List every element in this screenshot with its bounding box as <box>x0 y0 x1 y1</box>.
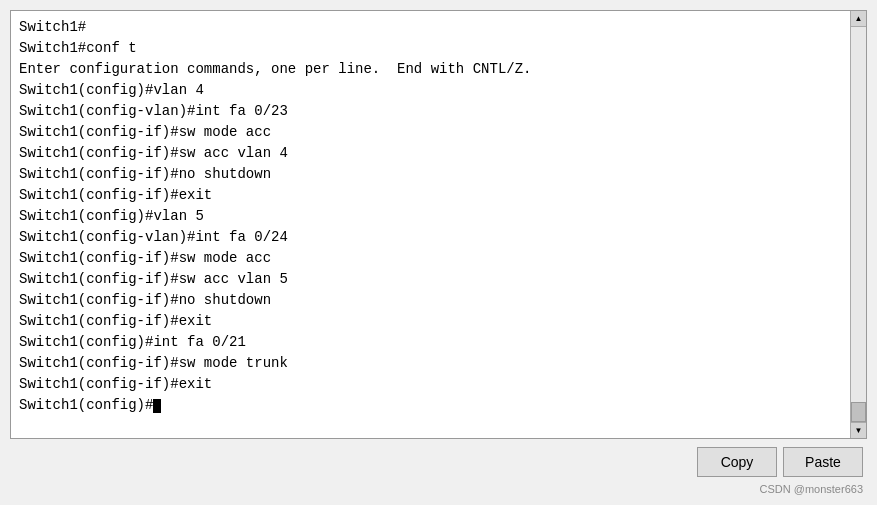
copy-button[interactable]: Copy <box>697 447 777 477</box>
scrollbar-down-button[interactable]: ▼ <box>851 422 866 438</box>
terminal-content[interactable]: Switch1# Switch1#conf t Enter configurat… <box>11 11 850 438</box>
terminal-scroll-area: Switch1# Switch1#conf t Enter configurat… <box>11 11 866 438</box>
main-container: Switch1# Switch1#conf t Enter configurat… <box>0 0 877 505</box>
terminal-wrapper: Switch1# Switch1#conf t Enter configurat… <box>10 10 867 439</box>
scrollbar: ▲ ▼ <box>850 11 866 438</box>
paste-button[interactable]: Paste <box>783 447 863 477</box>
scrollbar-thumb[interactable] <box>851 402 866 422</box>
scrollbar-up-button[interactable]: ▲ <box>851 11 866 27</box>
cursor <box>153 399 161 413</box>
button-row: Copy Paste <box>10 439 867 481</box>
scrollbar-track <box>851 27 866 422</box>
watermark: CSDN @monster663 <box>10 481 867 495</box>
